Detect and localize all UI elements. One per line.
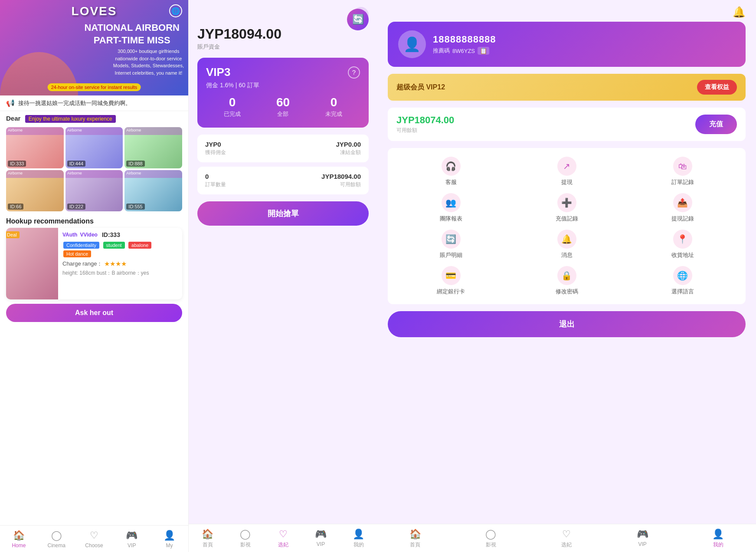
nav-home[interactable]: 🏠 Home [0, 526, 38, 552]
vip-level: VIP3 [206, 66, 230, 79]
right-nav-my[interactable]: 👤 我的 [680, 524, 756, 552]
vip-stats: 0 已完成 60 全部 0 未完成 [206, 95, 360, 118]
left-bottom-nav: 🏠 Home ◯ Cinema ♡ Choose 🎮 VIP 👤 My [0, 525, 188, 552]
account-detail-label: 賬戶明細 [440, 251, 462, 259]
right-nav-vip[interactable]: 🎮 VIP [605, 524, 681, 552]
bind-bank-label: 綁定銀行卡 [437, 288, 465, 296]
vvideo-badge: VVideo [80, 232, 97, 238]
tag-student: student [103, 242, 125, 249]
copy-icon[interactable]: 📋 [478, 47, 489, 55]
globe-icon[interactable]: 🌐 [169, 4, 182, 17]
girl-card-3[interactable]: Airborne ID:888 [124, 127, 182, 168]
balance-row: JYP18074.00 可用餘額 充值 [388, 108, 746, 141]
right-header: 🔔 [377, 0, 756, 22]
right-nav-cinema-label: 影視 [486, 541, 496, 549]
vip-upgrade-button[interactable]: 查看权益 [697, 80, 737, 95]
right-nav-home-label: 首頁 [410, 541, 420, 549]
refresh-button[interactable]: 🔄 [347, 9, 369, 30]
nav-vip[interactable]: 🎮 VIP [113, 526, 151, 552]
girl-card-1[interactable]: Airborne ID:333 [6, 127, 64, 168]
earnings-amount: JYP0 [205, 141, 226, 148]
nav-cinema[interactable]: ◯ Cinema [38, 526, 75, 552]
home-icon: 🏠 [13, 530, 25, 541]
profile-info: 18888888888 推薦碼 8W6YZS 📋 [433, 34, 496, 55]
incomplete-label: 未完成 [325, 110, 342, 118]
right-cinema-icon: ◯ [485, 529, 496, 540]
mid-nav-home-label: 首頁 [203, 541, 213, 549]
bell-icon[interactable]: 🔔 [733, 6, 746, 18]
logout-button[interactable]: 退出 [388, 311, 746, 337]
girl-card-4[interactable]: Airborne ID:66 [6, 170, 64, 211]
mid-nav-vip-label: VIP [317, 541, 325, 547]
start-button[interactable]: 開始搶單 [197, 201, 369, 226]
menu-recharge-history[interactable]: ➕ 充值記錄 [512, 193, 621, 223]
menu-withdraw[interactable]: ↗ 提現 [512, 157, 621, 186]
girl-card-6[interactable]: Airborne ID:555 [124, 170, 182, 211]
mid-nav-home[interactable]: 🏠 首頁 [189, 524, 226, 552]
mid-my-icon: 👤 [353, 529, 364, 540]
vip-commission: 佣金 1.6% | 60 訂單 [206, 82, 360, 89]
girl-card-5[interactable]: Airborne ID:222 [65, 170, 123, 211]
right-vip-icon: 🎮 [637, 529, 648, 540]
balance-amount: JYP18094.00 [197, 26, 369, 42]
airborne-badge-2: Airborne [65, 127, 123, 135]
banner-badge: 24-hour on-site service for instant resu… [48, 83, 141, 91]
vauth-badge: VAuth [62, 232, 77, 238]
hookup-title: Hookup recommendations [0, 214, 188, 228]
menu-withdraw-history[interactable]: 📤 提現記錄 [628, 193, 737, 223]
avail-amount: JYP18094.00 [321, 173, 361, 180]
orders-label: 訂單數量 [205, 181, 226, 188]
mid-cinema-icon: ◯ [240, 529, 251, 540]
menu-language[interactable]: 🌐 選擇語言 [628, 266, 737, 296]
nav-cinema-label: Cinema [48, 542, 65, 549]
mid-nav-my[interactable]: 👤 我的 [340, 524, 377, 552]
nav-choose[interactable]: ♡ Choose [75, 526, 113, 552]
nav-my[interactable]: 👤 My [151, 526, 188, 552]
girl-id-5: ID:222 [67, 204, 85, 210]
airborne-badge-1: Airborne [6, 127, 64, 135]
orders-row: 0 訂單數量 JYP18094.00 可用餘額 [197, 167, 369, 194]
balance-info: JYP18074.00 可用餘額 [396, 115, 454, 134]
hookup-tags: Confidentiality student abalone Hot danc… [62, 241, 178, 258]
menu-messages[interactable]: 🔔 消息 [512, 230, 621, 259]
mid-nav-cinema[interactable]: ◯ 影視 [226, 524, 264, 552]
recharge-button[interactable]: 充值 [695, 115, 737, 134]
girl-id-2: ID:444 [67, 161, 85, 167]
left-panel: LOVES 🌐 NATIONAL AIRBORNPART-TIME MISS 3… [0, 0, 189, 552]
ask-button[interactable]: Ask her out [6, 304, 182, 322]
menu-address[interactable]: 📍 收貨地址 [628, 230, 737, 259]
right-nav-cinema[interactable]: ◯ 影視 [453, 524, 529, 552]
total-number: 60 [276, 95, 290, 109]
right-nav-home[interactable]: 🏠 首頁 [377, 524, 453, 552]
vip-question-button[interactable]: ? [348, 66, 360, 79]
menu-account-detail[interactable]: 🔄 賬戶明細 [396, 230, 505, 259]
withdraw-history-label: 提現記錄 [671, 215, 694, 223]
vip-icon: 🎮 [126, 530, 137, 541]
menu-change-password[interactable]: 🔒 修改密碼 [512, 266, 621, 296]
menu-team-report[interactable]: 👥 團隊報表 [396, 193, 505, 223]
vip-card: VIP3 ? 佣金 1.6% | 60 訂單 0 已完成 60 全部 0 未完成 [197, 58, 369, 128]
mid-nav-my-label: 我的 [353, 541, 364, 549]
right-choose-icon: ♡ [562, 529, 571, 540]
completed-number: 0 [224, 95, 241, 109]
mid-panel: 🕐 🔄 JYP18094.00 賬戶資金 VIP3 ? 佣金 1.6% | 60… [189, 0, 377, 552]
frozen-right: JYP0.00 凍結金額 [336, 141, 361, 156]
banner-sub-text: 300,000+ boutique girlfriendsnationwide … [113, 48, 184, 76]
girl-id-4: ID:66 [8, 204, 23, 210]
girls-grid: Airborne ID:333 Airborne ID:444 Airborne… [0, 125, 188, 214]
menu-customer-service[interactable]: 🎧 客服 [396, 157, 505, 186]
menu-bind-bank[interactable]: 💳 綁定銀行卡 [396, 266, 505, 296]
mid-nav-choose[interactable]: ♡ 选妃 [264, 524, 302, 552]
mid-nav-vip[interactable]: 🎮 VIP [302, 524, 340, 552]
vip-upgrade-bar: 超级会员 VIP12 查看权益 [388, 74, 746, 101]
orders-left: 0 訂單數量 [205, 173, 226, 188]
customer-service-icon: 🎧 [442, 157, 461, 176]
right-nav-choose[interactable]: ♡ 选妃 [529, 524, 605, 552]
mid-home-icon: 🏠 [202, 529, 213, 540]
menu-order-history[interactable]: 🛍 訂單記錄 [628, 157, 737, 186]
right-nav-choose-label: 选妃 [561, 541, 572, 549]
girl-card-2[interactable]: Airborne ID:444 [65, 127, 123, 168]
mid-choose-icon: ♡ [279, 529, 288, 540]
customer-service-label: 客服 [445, 178, 457, 186]
vip-upgrade-label: 超级会员 VIP12 [396, 83, 445, 92]
